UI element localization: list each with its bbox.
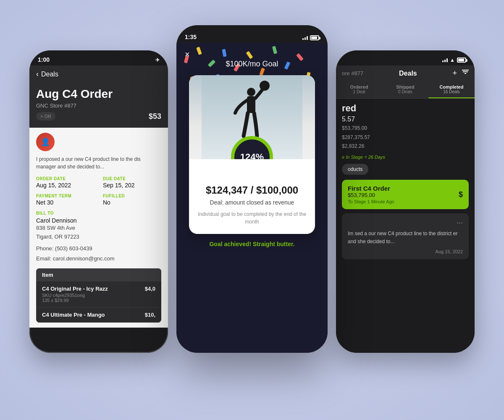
close-button[interactable]: ×	[185, 50, 190, 59]
bill-section: BILL TO Carol Dennison 838 SW 4th Ave Ti…	[36, 211, 161, 263]
deal-line-1: $53,795.00	[342, 124, 469, 133]
order-store: GNC Store #877	[36, 102, 161, 109]
item1-meta: SKU c4pre29351orig 135 x $29.99	[42, 293, 155, 303]
goal-card: 124% $124,347 / $100,000 Deal: amount cl…	[189, 75, 315, 234]
deal-card-title: First C4 Order	[348, 185, 463, 192]
phones-container: 1:00 ✈ ‹ Deals Aug C4 Order GNC Store #8…	[21, 17, 483, 403]
tab-shipped-count: 0 Deals	[384, 89, 427, 94]
wifi-icon: ▲	[450, 57, 455, 63]
store-label: ore #877	[342, 70, 363, 76]
back-label[interactable]: Deals	[41, 71, 58, 78]
tab-completed-count: 16 Deals	[430, 89, 473, 94]
goal-achieved: Goal achieved! Straight butter.	[209, 241, 294, 247]
avatar: 👤	[36, 133, 55, 151]
order-body: 👤 I proposed a our new C4 product line t…	[29, 128, 168, 328]
center-content: × $100K/mo Goal	[176, 43, 328, 353]
bill-contact: Phone: (503) 603-0439 Email: carol.denni…	[36, 244, 161, 263]
back-arrow-icon[interactable]: ‹	[36, 70, 39, 79]
progress-percent: 124%	[240, 152, 264, 159]
bill-to-label: BILL TO	[36, 211, 161, 215]
order-header: Aug C4 Order GNC Store #877 > OR $53	[29, 83, 168, 128]
item-row-1: $4,0 C4 Original Pre - Icy Razz SKU c4pr…	[36, 281, 161, 307]
avatar-image: 👤	[36, 133, 55, 151]
tab-completed[interactable]: Completed 16 Deals	[428, 81, 475, 98]
order-badge: > OR	[36, 112, 55, 121]
signal-icon	[302, 36, 308, 40]
order-date-block: ORDER DATE Aug 15, 2022	[36, 176, 94, 189]
phone-center: 1:35 × $	[176, 25, 328, 353]
battery-icon	[310, 35, 319, 40]
payment-term-label: PAYMENT TERM	[36, 194, 94, 198]
add-icon[interactable]: +	[452, 69, 457, 78]
tab-completed-label: Completed	[430, 84, 473, 89]
item2-price: $10,	[145, 312, 155, 318]
deal-note-text: Im sed a our new C4 product line to the …	[348, 230, 463, 246]
products-button[interactable]: oducts	[342, 164, 368, 175]
payment-term-value: Net 30	[36, 199, 94, 206]
notch-right	[384, 50, 426, 60]
filter-icon[interactable]	[462, 69, 469, 78]
deal-card[interactable]: First C4 Order $53,795.00 To Stage 1 Min…	[342, 180, 469, 209]
more-options-icon[interactable]: ···	[348, 218, 463, 227]
nav-actions: +	[452, 69, 469, 78]
svg-point-2	[247, 88, 255, 96]
notch-left	[78, 50, 120, 60]
deal-stage: e In Stage = 26 Days	[342, 155, 469, 160]
fulfilled-value: No	[103, 199, 161, 206]
progress-ring: 124%	[229, 134, 275, 159]
tabs-row: Ordered 1 Deal Shipped 0 Deals Completed…	[336, 81, 475, 99]
tab-ordered[interactable]: Ordered 1 Deal	[336, 81, 382, 98]
time-center: 1:35	[185, 34, 197, 40]
goal-title: $100K/mo Goal	[226, 60, 278, 68]
order-meta: > OR $53	[36, 112, 161, 121]
deal-note-date: Aug 15, 2022	[348, 249, 463, 254]
signal-bars-icon	[442, 58, 448, 62]
order-amount: $53	[149, 112, 161, 121]
deal-line-2: $287,375.57	[342, 133, 469, 142]
goal-amount: $124,347 / $100,000	[197, 184, 307, 196]
tab-shipped[interactable]: Shipped 0 Deals	[382, 81, 428, 98]
payment-term-block: PAYMENT TERM Net 30	[36, 194, 94, 206]
item1-price: $4,0	[145, 286, 155, 292]
deal-card-stage: To Stage 1 Minute Ago	[348, 199, 463, 204]
goal-subtext: Individual goal to be completed by the e…	[197, 210, 307, 226]
battery-icon-right	[457, 58, 466, 63]
deal-note-card: ··· Im sed a our new C4 product line to …	[342, 213, 469, 259]
bill-name: Carol Dennison	[36, 217, 161, 224]
avatar-row: 👤	[36, 133, 161, 151]
item-row-2: $10, C4 Ultimate Pre - Mango	[36, 307, 161, 323]
goal-content: $100K/mo Goal	[176, 43, 328, 256]
items-header: Item	[36, 268, 161, 281]
basketball-image: 124%	[189, 75, 315, 159]
status-icons-left: ✈	[155, 57, 160, 63]
time-left: 1:00	[38, 56, 50, 63]
deals-nav-label: Deals	[399, 70, 417, 77]
section-title: red	[342, 103, 469, 114]
item2-name: C4 Ultimate Pre - Mango	[42, 312, 155, 318]
bill-address: 838 SW 4th Ave Tigard, OR 97223	[36, 224, 161, 242]
deals-list: red 5.57 $53,795.00 $287,375.57 $2,832.2…	[336, 99, 475, 263]
status-icons-right: ▲	[442, 57, 466, 63]
deal-amounts: $53,795.00 $287,375.57 $2,832.26	[342, 124, 469, 151]
due-date-block: DUE DATE Sep 15, 202	[103, 176, 161, 189]
dates-row: ORDER DATE Aug 15, 2022 DUE DATE Sep 15,…	[36, 176, 161, 189]
location-icon: ✈	[155, 57, 160, 63]
due-date-label: DUE DATE	[103, 176, 161, 181]
right-content: ore #877 Deals + Ordered 1 Deal	[336, 66, 475, 353]
tab-ordered-count: 1 Deal	[338, 89, 381, 94]
deal-card-amount: $53,795.00	[348, 192, 463, 198]
fulfilled-block: FUFILLED No	[103, 194, 161, 206]
status-icons-center	[302, 35, 319, 40]
payment-row: PAYMENT TERM Net 30 FUFILLED No	[36, 194, 161, 206]
section-amount: 5.57	[342, 116, 469, 123]
fulfilled-label: FUFILLED	[103, 194, 161, 198]
order-date-label: ORDER DATE	[36, 176, 94, 181]
due-date-value: Sep 15, 202	[103, 182, 161, 189]
order-date-value: Aug 15, 2022	[36, 182, 94, 189]
phone-left: 1:00 ✈ ‹ Deals Aug C4 Order GNC Store #8…	[29, 50, 168, 353]
tab-ordered-label: Ordered	[338, 84, 381, 89]
goal-card-body: $124,347 / $100,000 Deal: amount closed …	[189, 159, 315, 234]
deal-dollar-icon: $	[459, 190, 463, 199]
order-title: Aug C4 Order	[36, 88, 161, 101]
left-nav: ‹ Deals	[29, 66, 168, 83]
